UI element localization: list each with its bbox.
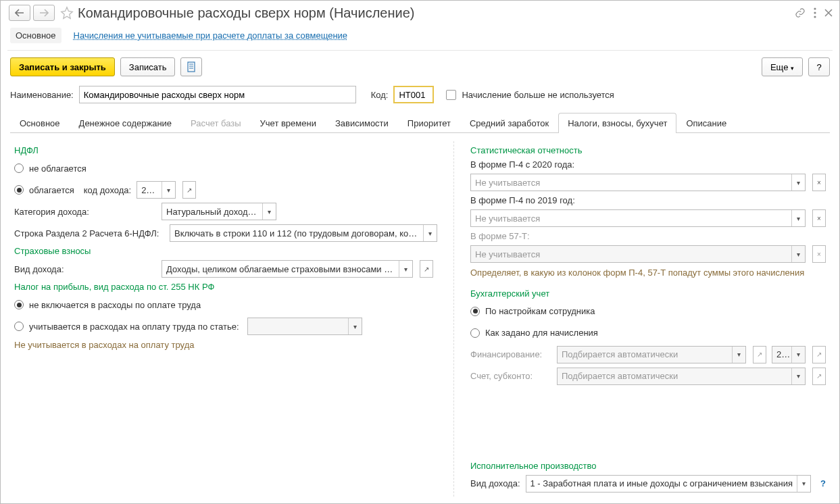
- income-code-label: код дохода:: [84, 185, 131, 195]
- insurance-kind-label: Вид дохода:: [14, 264, 156, 274]
- financing-dropdown-icon: ▾: [732, 347, 745, 363]
- acc-by-employee-radio[interactable]: [470, 307, 480, 316]
- insurance-title: Страховые взносы: [14, 246, 437, 256]
- help-button[interactable]: ?: [808, 57, 830, 76]
- profit-tax-title: Налог на прибыль, вид расхода по ст. 255…: [14, 282, 437, 292]
- profit-article-dropdown-icon: ▾: [348, 318, 362, 334]
- p4-2019-clear-icon[interactable]: ×: [812, 209, 826, 227]
- svg-point-1: [814, 11, 816, 14]
- window: Командировочные расходы сверх норм (Начи…: [0, 0, 840, 504]
- tab-osnovnoe[interactable]: Основное: [10, 113, 70, 133]
- income-code-value[interactable]: 2015: [137, 185, 162, 195]
- svg-rect-3: [188, 62, 195, 72]
- svg-point-0: [814, 7, 816, 9]
- ndfl-title: НДФЛ: [14, 145, 437, 155]
- enf-kind-value[interactable]: 1 - Заработная плата и иные доходы с огр…: [526, 478, 797, 488]
- financing-open-icon: ↗: [753, 346, 766, 363]
- name-input[interactable]: [79, 86, 356, 103]
- category-value[interactable]: Натуральный доход (основная налоговая ба…: [162, 207, 262, 217]
- insurance-open-icon[interactable]: ↗: [420, 260, 433, 278]
- p4-2019-dropdown-icon[interactable]: ▾: [791, 210, 805, 226]
- ndfl-not-taxed-radio[interactable]: [14, 163, 24, 173]
- subnav-link-accruals[interactable]: Начисления не учитываемые при расчете до…: [74, 30, 348, 41]
- financing-value: Подбирается автоматически: [558, 349, 732, 359]
- enforcement-title: Исполнительное производство: [470, 461, 826, 471]
- profit-not-included-label: не включается в расходы по оплате труда: [29, 300, 201, 310]
- income-code-dropdown-icon[interactable]: ▾: [162, 182, 175, 198]
- header-row: Наименование: Код: Начисление больше не …: [1, 83, 839, 110]
- p4-2020-label: В форме П-4 с 2020 года:: [470, 159, 826, 170]
- f57t-clear-icon: ×: [812, 245, 826, 263]
- profit-by-article-radio[interactable]: [14, 322, 24, 331]
- back-button[interactable]: [9, 5, 30, 21]
- insurance-kind-value[interactable]: Доходы, целиком облагаемые страховыми вз…: [162, 264, 399, 274]
- tab-calc-base: Расчет базы: [181, 113, 251, 133]
- tab-money[interactable]: Денежное содержание: [70, 113, 181, 133]
- code211-open-icon: ↗: [812, 346, 826, 363]
- close-button[interactable]: [824, 9, 833, 17]
- more-button[interactable]: Еще ▾: [762, 57, 803, 76]
- account-open-icon: ↗: [812, 368, 826, 385]
- stats-hint: Определяет, в какую из колонок форм П-4,…: [470, 267, 826, 279]
- save-button[interactable]: Записать: [120, 57, 176, 76]
- acc-as-set-label: Как задано для начисления: [485, 328, 598, 338]
- forward-button[interactable]: [33, 5, 55, 21]
- p4-2019-label: В форме П-4 по 2019 год:: [470, 195, 826, 205]
- unused-label: Начисление больше не используется: [462, 90, 614, 100]
- svg-point-2: [814, 16, 816, 18]
- tab-desc[interactable]: Описание: [676, 113, 736, 133]
- tab-body: НДФЛ не облагается облагается код дохода…: [1, 133, 839, 504]
- profit-not-included-radio[interactable]: [14, 300, 24, 309]
- favorite-icon[interactable]: [60, 6, 74, 20]
- left-column: НДФЛ не облагается облагается код дохода…: [14, 141, 437, 497]
- ndfl-not-taxed-label: не облагается: [29, 163, 87, 174]
- tab-priority[interactable]: Приоритет: [398, 113, 460, 133]
- tab-time[interactable]: Учет времени: [251, 113, 326, 133]
- row6-dropdown-icon[interactable]: ▾: [423, 225, 437, 241]
- financing-label: Финансирование:: [470, 349, 551, 359]
- code-label: Код:: [371, 90, 389, 100]
- code211-value: 211: [772, 349, 791, 359]
- save-and-close-button[interactable]: Записать и закрыть: [10, 57, 115, 76]
- unused-checkbox[interactable]: [446, 90, 456, 100]
- code-input[interactable]: [393, 86, 434, 103]
- print-button[interactable]: [180, 57, 202, 76]
- account-value: Подбирается автоматически: [558, 371, 791, 381]
- account-label: Счет, субконто:: [470, 371, 551, 381]
- acc-by-employee-label: По настройкам сотрудника: [485, 306, 595, 316]
- acc-as-set-radio[interactable]: [470, 328, 480, 338]
- ndfl-taxed-radio[interactable]: [14, 185, 24, 195]
- kebab-menu-icon[interactable]: [814, 7, 816, 18]
- tab-taxes[interactable]: Налоги, взносы, бухучет: [558, 113, 676, 133]
- account-dropdown-icon: ▾: [791, 368, 805, 384]
- category-label: Категория дохода:: [14, 207, 156, 217]
- tab-deps[interactable]: Зависимости: [326, 113, 398, 133]
- category-dropdown-icon[interactable]: ▾: [262, 203, 276, 220]
- income-code-open-icon[interactable]: ↗: [182, 181, 196, 199]
- row6-value[interactable]: Включать в строки 110 и 112 (по трудовым…: [170, 228, 423, 238]
- insurance-dropdown-icon[interactable]: ▾: [399, 261, 412, 277]
- enf-kind-label: Вид дохода:: [470, 478, 520, 488]
- accounting-title: Бухгалтерский учет: [470, 288, 826, 299]
- titlebar: Командировочные расходы сверх норм (Начи…: [1, 1, 839, 25]
- f57t-label: В форме 57-Т:: [470, 231, 826, 241]
- ndfl-taxed-label: облагается: [29, 185, 74, 195]
- p4-2020-value[interactable]: Не учитывается: [471, 178, 791, 188]
- f57t-value: Не учитывается: [471, 249, 791, 259]
- link-icon[interactable]: [795, 7, 806, 18]
- f57t-dropdown-icon: ▾: [791, 246, 805, 262]
- tabs: Основное Денежное содержание Расчет базы…: [10, 113, 830, 133]
- profit-by-article-label: учитывается в расходах на оплату труда п…: [29, 322, 239, 332]
- p4-2020-dropdown-icon[interactable]: ▾: [791, 174, 805, 191]
- subnav-main[interactable]: Основное: [10, 28, 61, 43]
- p4-2020-clear-icon[interactable]: ×: [812, 174, 826, 191]
- toolbar: Записать и закрыть Записать Еще ▾ ?: [1, 51, 839, 83]
- tab-avg[interactable]: Средний заработок: [460, 113, 558, 133]
- code211-dropdown-icon: ▾: [791, 347, 805, 363]
- profit-note: Не учитывается в расходах на оплату труд…: [14, 339, 437, 351]
- page-title: Командировочные расходы сверх норм (Начи…: [78, 5, 795, 21]
- p4-2019-value[interactable]: Не учитывается: [471, 213, 791, 224]
- enf-help-icon[interactable]: ?: [820, 478, 826, 488]
- enf-dropdown-icon[interactable]: ▾: [797, 476, 810, 492]
- stats-title: Статистическая отчетность: [470, 145, 826, 155]
